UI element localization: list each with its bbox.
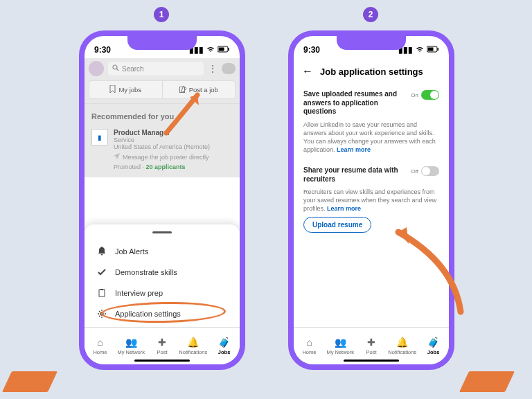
nav-jobs[interactable]: 🧳Jobs <box>209 328 240 364</box>
svg-point-8 <box>100 312 103 315</box>
svg-rect-10 <box>438 48 439 51</box>
job-title: Product Manager <box>114 129 210 136</box>
sheet-grabber[interactable] <box>152 231 172 233</box>
battery-icon <box>427 45 439 55</box>
setting-title: Share your resume data with recruiters <box>303 166 405 184</box>
job-applicants: 20 applicants <box>146 163 186 170</box>
search-placeholder: Search <box>122 65 144 73</box>
setting-desc: Recruiters can view skills and experienc… <box>303 188 436 212</box>
wifi-icon <box>416 45 424 55</box>
home-icon: ⌂ <box>97 337 103 348</box>
messages-icon[interactable] <box>222 63 236 74</box>
sheet-demonstrate-skills[interactable]: Demonstrate skills <box>85 262 240 283</box>
job-logo: ▮ <box>91 129 108 145</box>
decorative-streaks-left <box>11 371 53 392</box>
toggle-state: Off <box>411 168 418 175</box>
phone-2: 9:30 ▮▮▮ ← Job application settings Save… <box>288 30 454 370</box>
nav-home[interactable]: ⌂Home <box>294 328 325 364</box>
svg-line-4 <box>116 69 118 71</box>
recommended-heading: Recommended for you <box>85 104 240 125</box>
briefcase-icon: 🧳 <box>218 337 230 348</box>
network-icon: 👥 <box>125 337 137 348</box>
setting-share-resume: Share your resume data with recruiters O… <box>294 161 449 240</box>
decorative-streaks-right <box>468 371 510 392</box>
sheet-label: Demonstrate skills <box>115 268 177 276</box>
sheet-label: Interview prep <box>115 289 163 297</box>
step-badge-2: 2 <box>363 7 378 22</box>
status-time: 9:30 <box>303 45 320 55</box>
bottom-nav: ⌂Home 👥My Network ✚Post 🔔Notifications 🧳… <box>294 327 449 364</box>
send-icon <box>114 153 120 161</box>
bottom-sheet: Job Alerts Demonstrate skills Interview … <box>85 224 240 327</box>
toggle-share-resume[interactable] <box>421 166 439 176</box>
bell-icon: 🔔 <box>396 337 408 348</box>
svg-rect-2 <box>219 48 224 51</box>
bell-icon <box>97 247 107 256</box>
svg-rect-1 <box>229 48 230 51</box>
status-time: 9:30 <box>94 45 111 55</box>
sheet-interview-prep[interactable]: Interview prep <box>85 283 240 303</box>
job-location: United States of America (Remote) <box>114 143 210 150</box>
post-job-tab[interactable]: Post a job <box>162 80 236 99</box>
wifi-icon <box>206 45 215 55</box>
svg-rect-6 <box>99 290 105 296</box>
toggle-save-resumes[interactable] <box>421 90 439 100</box>
status-icons: ▮▮▮ <box>398 45 439 55</box>
bell-icon: 🔔 <box>187 337 199 348</box>
check-icon <box>97 269 107 276</box>
home-indicator <box>134 360 190 362</box>
nav-jobs[interactable]: 🧳Jobs <box>418 328 449 364</box>
svg-rect-11 <box>428 48 434 51</box>
back-icon[interactable]: ← <box>302 65 313 78</box>
bottom-nav: ⌂Home 👥My Network ✚Post 🔔Notifications 🧳… <box>85 327 240 364</box>
my-jobs-label: My jobs <box>118 86 141 94</box>
job-promoted: Promoted · <box>114 163 146 170</box>
profile-avatar[interactable] <box>89 61 104 76</box>
plus-icon: ✚ <box>367 337 375 348</box>
status-icons: ▮▮▮ <box>189 45 230 55</box>
bookmark-icon <box>109 85 116 94</box>
learn-more-link[interactable]: Learn more <box>337 146 371 153</box>
battery-icon <box>218 45 230 55</box>
setting-title: Save uploaded resumes and answers to app… <box>303 90 405 116</box>
briefcase-icon: 🧳 <box>427 337 439 348</box>
sheet-application-settings[interactable]: Application settings <box>85 303 240 324</box>
search-icon <box>112 64 119 73</box>
setting-save-resumes: Save uploaded resumes and answers to app… <box>294 85 449 161</box>
svg-point-3 <box>113 65 117 69</box>
compose-icon <box>179 86 186 94</box>
network-icon: 👥 <box>335 337 346 348</box>
home-icon: ⌂ <box>306 337 312 348</box>
kebab-menu-icon[interactable]: ⋮ <box>208 66 218 71</box>
plus-icon: ✚ <box>158 337 166 348</box>
sheet-label: Application settings <box>115 310 181 318</box>
sheet-label: Job Alerts <box>115 247 148 256</box>
svg-rect-7 <box>100 289 103 290</box>
clipboard-icon <box>97 289 107 297</box>
search-input[interactable]: Search <box>108 62 204 76</box>
job-message: Message the job poster directly <box>123 154 209 161</box>
nav-home[interactable]: ⌂Home <box>85 328 116 364</box>
step-badge-1: 1 <box>154 7 169 22</box>
notch <box>127 35 197 50</box>
learn-more-link[interactable]: Learn more <box>327 205 361 212</box>
post-job-label: Post a job <box>189 86 218 94</box>
phone-1: 9:30 ▮▮▮ Search ⋮ <box>79 30 245 370</box>
gear-icon <box>97 310 107 318</box>
my-jobs-tab[interactable]: My jobs <box>89 80 162 99</box>
toggle-state: On <box>411 92 418 98</box>
notch <box>337 35 406 50</box>
page-title: Job application settings <box>320 66 423 77</box>
upload-resume-button[interactable]: Upload resume <box>303 217 371 233</box>
home-indicator <box>344 360 399 362</box>
sheet-job-alerts[interactable]: Job Alerts <box>85 240 240 262</box>
job-card[interactable]: ▮ Product Manager Service United States … <box>85 125 240 177</box>
job-company: Service <box>114 136 210 143</box>
